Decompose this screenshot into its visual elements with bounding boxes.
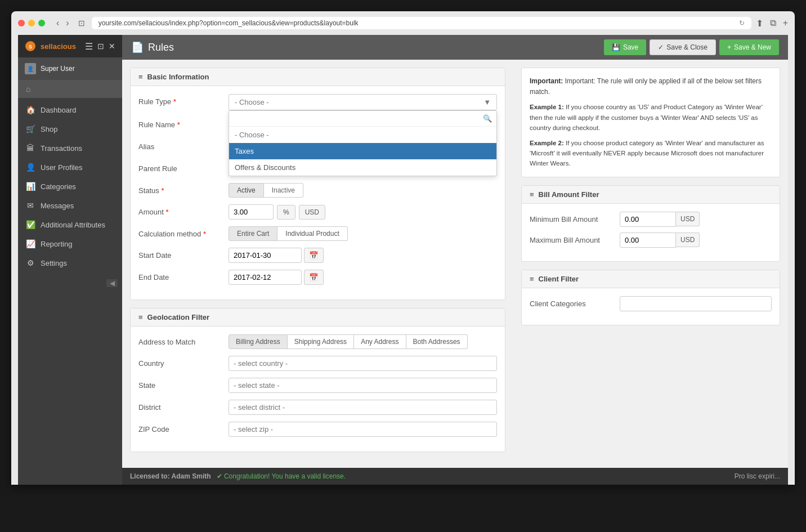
max-bill-input[interactable] [620,233,676,248]
messages-icon: ✉ [26,201,35,210]
zip-input[interactable] [229,422,497,437]
country-input[interactable] [229,356,497,371]
status-row: Status * Active Inactive [138,183,497,198]
sidebar-label-additional-attributes: Additional Attributes [41,221,105,229]
new-tab-icon[interactable]: + [783,18,788,29]
sidebar-item-home[interactable]: ⌂ [18,80,122,98]
amount-group: % USD [229,204,325,220]
entire-cart-button[interactable]: Entire Cart [229,226,277,241]
congratulations-text: ✔ Congratulation! You have a valid licen… [217,472,346,480]
close-dot[interactable] [18,20,25,26]
sidebar-label-shop: Shop [41,125,57,133]
hamburger-icon[interactable]: ☰ [85,41,93,52]
reader-view-button[interactable]: ⊡ [76,17,87,29]
sidebar-item-reporting[interactable]: 📈 Reporting [18,234,122,253]
save-close-button[interactable]: ✓ Save & Close [650,39,716,55]
dropdown-option-offers[interactable]: Offers & Discounts [229,159,496,176]
sidebar-item-categories[interactable]: 📊 Categories [18,177,122,196]
address-match-group: Billing Address Shipping Address Any Add… [229,334,468,349]
status-active-button[interactable]: Active [229,183,264,198]
sidebar-item-settings[interactable]: ⚙ Settings [18,253,122,272]
svg-text:S: S [29,44,32,50]
state-label: State [138,378,229,390]
sidebar-label-dashboard: Dashboard [41,106,77,114]
individual-product-button[interactable]: Individual Product [277,226,347,241]
bill-amount-filter-title: Bill Amount Filter [539,190,599,199]
required-marker: * [173,97,176,106]
app-header: S sellacious ☰ ⊡ ✕ [18,35,122,57]
save-icon: 💾 [612,43,620,51]
back-button[interactable]: ‹ [54,17,61,29]
sidebar-nav: 🏠 Dashboard 🛒 Shop 🏛 Transactions 👤 User… [18,98,122,275]
address-to-match-label: Address to Match [138,334,229,346]
shipping-address-button[interactable]: Shipping Address [288,334,354,349]
both-addresses-button[interactable]: Both Addresses [406,334,468,349]
end-date-calendar-button[interactable]: 📅 [304,270,324,285]
user-name: Super User [41,65,75,73]
bill-amount-filter-panel: ≡ Bill Amount Filter Minimum Bill Amount… [521,185,780,262]
plus-icon: + [727,43,731,51]
external-link-icon[interactable]: ⊡ [97,42,104,51]
dropdown-search[interactable]: 🔍 [229,111,496,127]
top-toolbar: 📄 Rules 💾 Save ✓ Save & Close + Save & N… [122,35,788,60]
sidebar-item-messages[interactable]: ✉ Messages [18,196,122,215]
forward-button[interactable]: › [64,17,71,29]
sidebar-item-shop[interactable]: 🛒 Shop [18,119,122,138]
any-address-button[interactable]: Any Address [354,334,406,349]
minimize-dot[interactable] [28,20,35,26]
page-title-text: Rules [148,42,174,53]
dropdown-option-taxes[interactable]: Taxes [229,143,496,159]
save-button[interactable]: 💾 Save [604,39,646,55]
state-row: State [138,378,497,393]
duplicate-icon[interactable]: ⧉ [770,18,776,29]
page-title: 📄 Rules [131,41,174,53]
end-date-input[interactable] [229,270,302,285]
sidebar-item-dashboard[interactable]: 🏠 Dashboard [18,100,122,119]
rule-type-menu: 🔍 - Choose - Taxes Offers & Discounts [229,110,497,176]
sidebar-label-settings: Settings [41,259,67,267]
bill-amount-filter-header: ≡ Bill Amount Filter [522,186,780,204]
additional-attributes-icon: ✅ [26,220,35,229]
shop-icon: 🛒 [26,124,35,133]
dropdown-search-input[interactable] [234,115,481,123]
user-info: 👤 Super User [18,57,122,80]
url-text: yoursite.com/sellacious/index.php?option… [98,19,359,27]
usd-button[interactable]: USD [299,205,325,220]
status-inactive-button[interactable]: Inactive [264,183,303,198]
district-input[interactable] [229,400,497,415]
rule-type-select[interactable]: - Choose - ▼ [229,94,497,110]
chevron-down-icon: ▼ [483,98,491,106]
start-date-calendar-button[interactable]: 📅 [304,248,324,263]
amount-input[interactable] [229,204,274,220]
sidebar-item-user-profiles[interactable]: 👤 User Profiles [18,158,122,177]
client-filter-header: ≡ Client Filter [522,270,780,288]
end-date-label: End Date [138,270,229,281]
billing-address-button[interactable]: Billing Address [229,334,288,349]
start-date-input[interactable] [229,248,302,263]
home-icon: ⌂ [26,84,30,93]
maximize-dot[interactable] [38,20,45,26]
page-icon: 📄 [131,41,144,53]
sidebar-collapse-button[interactable]: ◀ [106,279,118,287]
client-filter-title: Client Filter [539,275,579,283]
sidebar-item-additional-attributes[interactable]: ✅ Additional Attributes [18,215,122,234]
x-icon[interactable]: ✕ [109,42,115,51]
state-input[interactable] [229,378,497,393]
panel-icon: ≡ [138,73,143,81]
client-categories-label: Client Categories [530,299,620,308]
geolocation-filter-title: Geolocation Filter [147,313,210,321]
sidebar-label-user-profiles: User Profiles [41,163,82,172]
dropdown-option-choose[interactable]: - Choose - [229,127,496,143]
share-icon[interactable]: ⬆ [756,18,763,29]
sidebar-item-transactions[interactable]: 🏛 Transactions [18,138,122,158]
client-filter-panel: ≡ Client Filter Client Categories [521,270,780,325]
status-toggle: Active Inactive [229,183,303,198]
reload-icon[interactable]: ↻ [739,19,745,27]
example1-label: Example 1: [530,104,564,110]
min-bill-input[interactable] [620,212,676,227]
client-categories-input[interactable] [620,296,772,311]
rule-type-dropdown[interactable]: - Choose - ▼ 🔍 [229,94,497,110]
save-new-button[interactable]: + Save & New [719,39,779,55]
percent-button[interactable]: % [277,205,295,220]
zip-label: ZIP Code [138,422,229,433]
